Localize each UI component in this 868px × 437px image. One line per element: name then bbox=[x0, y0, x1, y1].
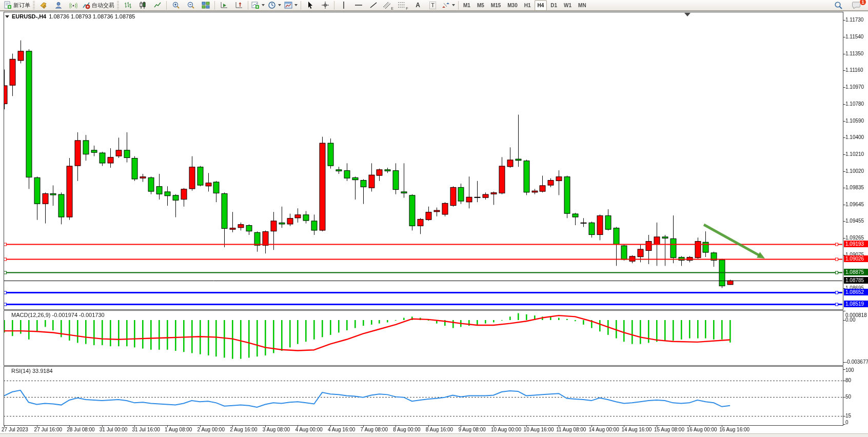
time-axis-label: 14 Aug 00:00 bbox=[589, 427, 619, 432]
new-order-icon bbox=[4, 1, 12, 9]
price-tick-label: 1.11160 bbox=[845, 67, 868, 73]
crosshair-tool-button[interactable] bbox=[318, 0, 332, 11]
time-axis-label: 11 Aug 08:00 bbox=[556, 427, 586, 432]
profile-button[interactable] bbox=[51, 0, 66, 11]
arrows-dropdown-caret bbox=[452, 4, 455, 6]
hammer-icon bbox=[40, 1, 48, 9]
chart-menu-triangle-icon[interactable] bbox=[5, 15, 9, 18]
price-tick-label: 1.11730 bbox=[845, 17, 868, 23]
macd-indicator-label: MACD(12,26,9) -0.001974 -0.001730 bbox=[11, 312, 105, 318]
hline-icon bbox=[354, 1, 363, 9]
time-axis-label: 8 Aug 00:00 bbox=[393, 427, 420, 432]
new-order-label: 新订单 bbox=[13, 2, 30, 9]
price-tick-label: 1.09835 bbox=[845, 185, 868, 190]
time-axis-label: 10 Aug 00:00 bbox=[491, 427, 521, 432]
chart-candles-icon bbox=[139, 1, 147, 9]
text-label-tool-button[interactable]: T bbox=[425, 0, 440, 11]
chart-title: EURUSD-,H4 1.08736 1.08793 1.08736 1.087… bbox=[5, 13, 135, 19]
period-button[interactable] bbox=[266, 0, 283, 11]
chart-canvas[interactable] bbox=[0, 11, 868, 434]
signal-button[interactable] bbox=[66, 0, 81, 11]
arrows-icon bbox=[442, 1, 450, 9]
fibonacci-icon-sub: F bbox=[406, 7, 408, 10]
tab-timeframe-m1[interactable]: M1 bbox=[460, 0, 474, 11]
crosshair-icon bbox=[321, 1, 329, 9]
tile-windows-icon bbox=[202, 1, 210, 9]
time-axis-label: 27 Jul 2023 bbox=[2, 427, 28, 432]
timeframe-group: M1M5M15M30H1H4D1W1MN bbox=[460, 0, 589, 11]
arrows-tool-button[interactable] bbox=[440, 0, 457, 11]
price-line-label-support-blue-2[interactable]: 1.08519 bbox=[844, 301, 868, 307]
chart-window: EURUSD-,H4 1.08736 1.08793 1.08736 1.087… bbox=[0, 11, 868, 434]
chart-ohlc: 1.08736 1.08793 1.08736 1.08785 bbox=[49, 13, 135, 19]
equidistant-channel-tool-button[interactable]: E bbox=[381, 0, 396, 11]
price-line-label-support-blue-1[interactable]: 1.08652 bbox=[844, 289, 868, 295]
indicators-button[interactable] bbox=[250, 0, 266, 11]
price-tick-label: 1.10210 bbox=[845, 151, 868, 157]
tab-timeframe-d1[interactable]: D1 bbox=[547, 0, 560, 11]
auto-trading-icon bbox=[82, 1, 90, 9]
chart-symbol-period: EURUSD-,H4 bbox=[12, 13, 46, 19]
tab-timeframe-m5[interactable]: M5 bbox=[474, 0, 487, 11]
price-tick-label: 1.11350 bbox=[845, 51, 868, 56]
fibonacci-tool-button[interactable]: F bbox=[396, 0, 410, 11]
price-line-label-resistance-upper[interactable]: 1.09193 bbox=[844, 241, 868, 247]
price-tick-label: 1.10780 bbox=[845, 101, 868, 107]
horizontal-line-tool-button[interactable] bbox=[351, 0, 366, 11]
price-tick-label: 1.09265 bbox=[845, 235, 868, 241]
channel-icon bbox=[383, 1, 391, 9]
time-axis-label: 3 Aug 08:00 bbox=[263, 427, 290, 432]
rsi-scale-label: 100 bbox=[845, 367, 868, 373]
zoom-in-button[interactable] bbox=[168, 0, 183, 11]
cursor-tool-button[interactable] bbox=[303, 0, 318, 11]
status-bar bbox=[0, 433, 868, 437]
macd-scale-label: 0.00 bbox=[845, 317, 868, 323]
profile-icon bbox=[54, 1, 63, 9]
template-dropdown-caret bbox=[294, 4, 298, 6]
new-order-button[interactable]: 新订单 bbox=[2, 0, 32, 11]
chart-shift-button[interactable] bbox=[231, 0, 246, 11]
time-axis-label: 10 Aug 16:00 bbox=[524, 427, 554, 432]
notifications-button[interactable]: 1 bbox=[849, 0, 864, 11]
tab-timeframe-mn[interactable]: MN bbox=[575, 0, 589, 11]
time-axis-label: 2 Aug 16:00 bbox=[230, 427, 257, 432]
price-line-label-resistance-lower[interactable]: 1.09026 bbox=[844, 255, 868, 262]
tile-windows-button[interactable] bbox=[198, 0, 213, 11]
time-axis-label: 9 Aug 08:00 bbox=[458, 427, 485, 432]
chart-line-button[interactable] bbox=[150, 0, 165, 11]
text-tool-button[interactable]: A bbox=[410, 0, 425, 11]
search-button[interactable] bbox=[831, 0, 846, 11]
time-axis-label: 7 Aug 08:00 bbox=[361, 427, 388, 432]
text-icon: A bbox=[416, 2, 420, 9]
chart-candles-button[interactable] bbox=[135, 0, 150, 11]
price-tick-label: 1.10590 bbox=[845, 118, 868, 124]
price-tick-label: 1.10400 bbox=[845, 134, 868, 140]
cursor-icon bbox=[306, 1, 314, 9]
hammer-tool-button[interactable] bbox=[36, 0, 51, 11]
period-clock-icon bbox=[268, 1, 276, 9]
vertical-line-tool-button[interactable] bbox=[336, 0, 351, 11]
auto-trading-label: 自动交易 bbox=[92, 2, 114, 9]
zoom-out-button[interactable] bbox=[183, 0, 198, 11]
tab-timeframe-h4[interactable]: H4 bbox=[535, 0, 547, 11]
trendline-tool-button[interactable] bbox=[366, 0, 381, 11]
price-tick-label: 1.11540 bbox=[845, 34, 868, 39]
channel-icon-sub: E bbox=[391, 7, 393, 10]
auto-scroll-icon bbox=[220, 1, 228, 9]
price-tick-label: 1.10970 bbox=[845, 84, 868, 90]
template-button[interactable] bbox=[283, 0, 299, 11]
time-axis-label: 2 Aug 00:00 bbox=[198, 427, 225, 432]
price-line-label-support-green[interactable]: 1.08875 bbox=[844, 269, 868, 275]
auto-scroll-button[interactable] bbox=[216, 0, 231, 11]
tab-timeframe-w1[interactable]: W1 bbox=[561, 0, 575, 11]
chart-bars-button[interactable] bbox=[120, 0, 135, 11]
tab-timeframe-m30[interactable]: M30 bbox=[504, 0, 520, 11]
search-icon bbox=[834, 1, 843, 10]
tab-timeframe-h1[interactable]: H1 bbox=[521, 0, 534, 11]
auto-trading-button[interactable]: 自动交易 bbox=[81, 0, 116, 11]
trading-terminal: 新订单 自动交易 bbox=[0, 0, 868, 437]
time-axis-label: 27 Jul 16:00 bbox=[34, 427, 63, 432]
rsi-indicator-label: RSI(14) 33.9184 bbox=[11, 368, 53, 374]
macd-scale-label: -0.003677 bbox=[845, 359, 868, 365]
tab-timeframe-m15[interactable]: M15 bbox=[488, 0, 504, 11]
